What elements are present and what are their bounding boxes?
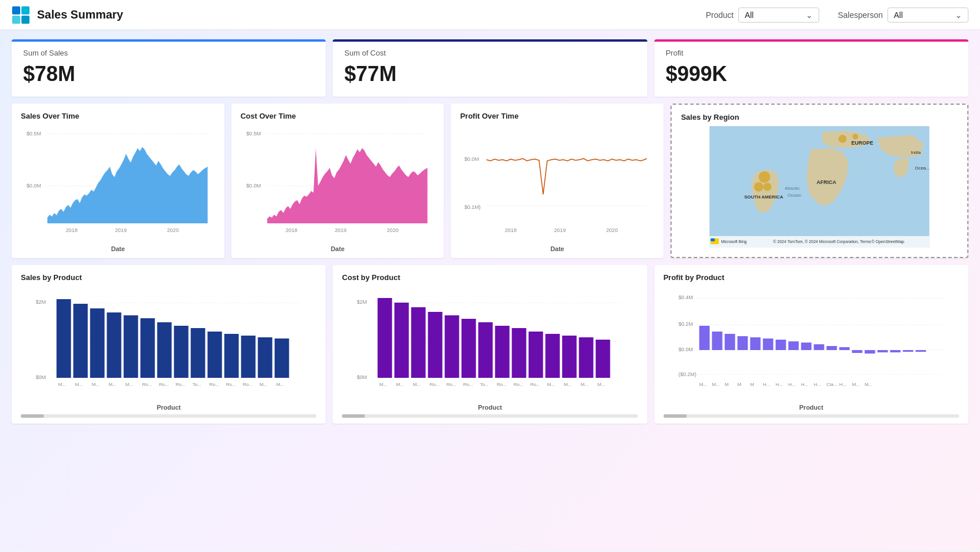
svg-text:Ro...: Ro... (447, 382, 456, 387)
kpi-profit: Profit $999K (654, 39, 968, 97)
svg-text:$0.5M: $0.5M (27, 131, 41, 137)
svg-text:M: M (724, 382, 728, 387)
main-content: Sum of Sales $78M Sum of Cost $77M Profi… (0, 30, 980, 551)
svg-rect-58 (208, 332, 222, 378)
svg-text:M...: M... (92, 382, 100, 387)
svg-rect-3 (21, 16, 30, 24)
svg-text:M...: M... (75, 382, 83, 387)
kpi-sum-sales: Sum of Sales $78M (12, 39, 326, 97)
svg-text:$0.2M: $0.2M (678, 321, 692, 327)
svg-text:M...: M... (712, 382, 719, 387)
svg-text:M...: M... (413, 382, 421, 387)
salesperson-filter-select[interactable]: All ⌄ (887, 8, 968, 23)
kpi-sum-sales-value: $78M (23, 62, 314, 86)
svg-rect-134 (902, 350, 913, 352)
kpi-sum-cost: Sum of Cost $77M (333, 39, 647, 97)
cost-over-time-axis-label: Date (241, 245, 435, 252)
header-filters: Product All ⌄ Salesperson All ⌄ (706, 8, 968, 23)
svg-rect-135 (915, 350, 926, 352)
svg-text:H...: H... (813, 382, 820, 387)
svg-text:Microsoft Bing: Microsoft Bing (721, 240, 747, 244)
svg-rect-121 (737, 336, 747, 350)
svg-rect-129 (839, 347, 849, 350)
svg-rect-55 (157, 322, 172, 378)
svg-text:M...: M... (277, 382, 284, 387)
svg-text:Ro...: Ro... (530, 382, 540, 387)
svg-text:M...: M... (581, 382, 588, 387)
sales-by-product-chart: $2M $0M (21, 286, 316, 402)
product-filter-group: Product All ⌄ (706, 8, 819, 23)
svg-rect-122 (750, 337, 760, 350)
svg-rect-85 (428, 312, 443, 378)
svg-text:$0.5M: $0.5M (246, 131, 261, 137)
cost-by-product-chart: $2M $0M (342, 286, 638, 402)
svg-text:2019: 2019 (554, 227, 566, 233)
svg-rect-124 (775, 340, 786, 350)
sales-by-region-map: EUROPE AFRICA SOUTH AMERICA Atlantic Oce… (681, 126, 958, 250)
svg-rect-91 (529, 332, 543, 378)
svg-text:M...: M... (380, 382, 387, 387)
sales-by-region-title: Sales by Region (681, 113, 958, 122)
kpi-profit-label: Profit (666, 49, 957, 57)
svg-text:Ocea...: Ocea... (915, 165, 930, 171)
svg-text:Ocean: Ocean (788, 193, 802, 198)
svg-text:M...: M... (260, 382, 267, 387)
svg-text:H...: H... (775, 382, 782, 387)
kpi-row: Sum of Sales $78M Sum of Cost $77M Profi… (12, 39, 968, 97)
svg-point-34 (764, 183, 772, 191)
svg-rect-128 (826, 346, 837, 350)
charts-row2: Sales by Product $2M $0M (12, 265, 968, 424)
cost-over-time-chart: $0.5M $0.0M 2018 2019 2020 (241, 125, 435, 243)
svg-rect-86 (445, 315, 459, 378)
svg-text:M...: M... (699, 382, 706, 387)
svg-rect-126 (801, 343, 811, 350)
svg-rect-50 (73, 304, 88, 378)
profit-by-product-card: Profit by Product $0.4M $0.2M $0.0M ($0.… (654, 265, 968, 424)
svg-rect-61 (258, 337, 272, 378)
svg-rect-62 (275, 338, 289, 378)
svg-text:2020: 2020 (387, 227, 399, 233)
cost-product-scrollbar[interactable] (342, 414, 638, 418)
svg-rect-56 (174, 326, 189, 378)
product-filter-label: Product (706, 10, 734, 20)
svg-text:$0M: $0M (36, 374, 46, 380)
salesperson-filter-group: Salesperson All ⌄ (838, 8, 968, 23)
svg-rect-127 (813, 344, 824, 350)
sales-by-region-card: Sales by Region EURO (670, 104, 968, 258)
svg-text:2020: 2020 (167, 227, 179, 233)
svg-rect-82 (378, 298, 392, 378)
svg-text:2019: 2019 (335, 227, 347, 233)
svg-text:$0.0M: $0.0M (27, 183, 41, 189)
svg-rect-59 (224, 334, 239, 378)
svg-rect-133 (890, 350, 900, 352)
cost-over-time-card: Cost Over Time $0.5M $0.0M 2018 2019 202… (231, 104, 444, 258)
svg-point-37 (853, 134, 859, 139)
header: Sales Summary Product All ⌄ Salesperson … (0, 0, 980, 30)
profit-over-time-title: Profit Over Time (460, 112, 654, 120)
profit-by-product-title: Profit by Product (664, 273, 959, 282)
salesperson-chevron-icon: ⌄ (955, 10, 962, 20)
svg-text:M...: M... (58, 382, 66, 387)
svg-text:© OpenStreetMap: © OpenStreetMap (872, 240, 905, 244)
svg-rect-60 (241, 336, 256, 378)
svg-rect-0 (12, 6, 20, 14)
svg-rect-88 (478, 322, 493, 378)
product-filter-select[interactable]: All ⌄ (738, 8, 819, 23)
svg-text:M: M (750, 382, 754, 387)
sales-by-product-card: Sales by Product $2M $0M (12, 265, 326, 424)
svg-text:Ro...: Ro... (497, 382, 507, 387)
svg-text:M...: M... (109, 382, 116, 387)
svg-rect-2 (12, 16, 20, 24)
svg-rect-95 (596, 340, 610, 378)
svg-rect-83 (395, 303, 409, 378)
svg-text:Ro...: Ro... (430, 382, 440, 387)
svg-text:($0.2M): ($0.2M) (678, 371, 696, 377)
profit-product-scrollbar[interactable] (664, 414, 959, 418)
svg-rect-57 (191, 328, 205, 378)
svg-rect-89 (495, 326, 510, 378)
svg-rect-131 (864, 350, 875, 354)
svg-rect-94 (579, 337, 594, 378)
sales-product-scrollbar[interactable] (21, 414, 316, 418)
svg-text:H...: H... (762, 382, 769, 387)
svg-text:2019: 2019 (115, 227, 127, 233)
